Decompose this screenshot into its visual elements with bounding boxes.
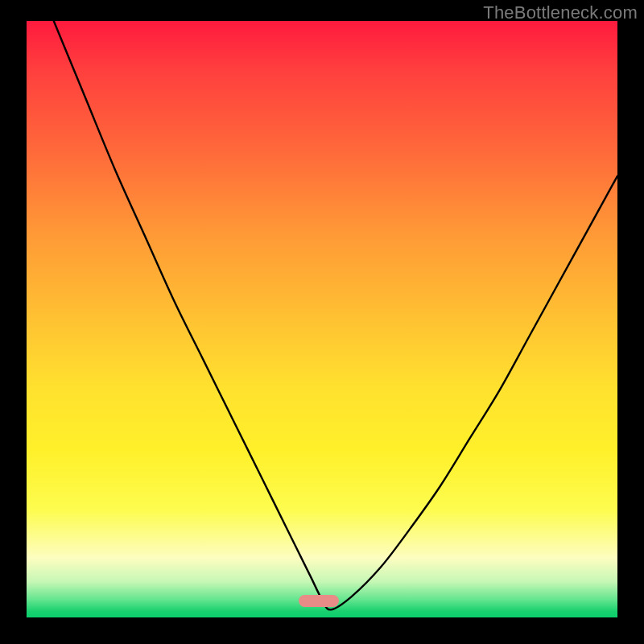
- plot-area: [27, 21, 617, 617]
- bottleneck-curve: [27, 21, 617, 617]
- optimum-marker: [299, 595, 339, 607]
- chart-frame: TheBottleneck.com: [0, 0, 644, 644]
- watermark-text: TheBottleneck.com: [483, 2, 638, 23]
